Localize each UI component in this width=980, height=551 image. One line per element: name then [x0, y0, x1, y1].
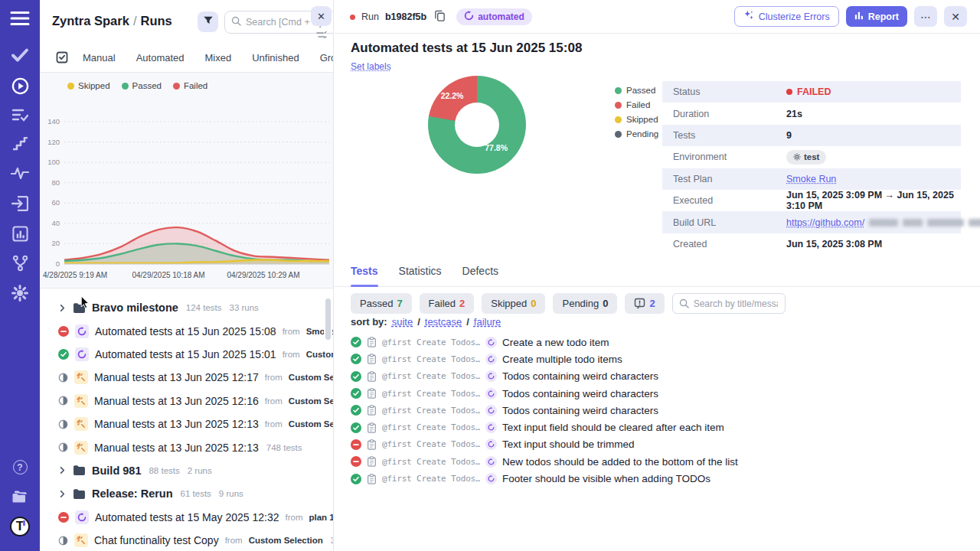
- passed-status-icon: [351, 337, 361, 347]
- run-type-tab-manual[interactable]: Manual: [83, 52, 116, 64]
- chip-comments[interactable]: 2: [625, 293, 664, 314]
- test-row[interactable]: @first Create Todos…Text input field sho…: [351, 419, 972, 435]
- help-icon[interactable]: ?: [0, 460, 40, 474]
- build-url-link[interactable]: https://github.com/: [786, 217, 864, 228]
- reports-icon[interactable]: [0, 226, 40, 242]
- set-labels-link[interactable]: Set labels: [351, 61, 391, 72]
- test-row[interactable]: @first Create Todos…Todos containing wei…: [351, 385, 972, 402]
- test-plan-link[interactable]: Smoke Run: [786, 174, 836, 184]
- test-title: Create multiple todo items: [502, 354, 622, 365]
- svg-text:80: 80: [51, 178, 60, 187]
- help-glyph: ?: [13, 460, 28, 474]
- run-meta: 88 tests: [149, 466, 179, 475]
- close-run-button[interactable]: ✕: [944, 6, 967, 27]
- run-type-tab-mixed[interactable]: Mixed: [205, 52, 232, 64]
- sort-link-suite[interactable]: suite: [392, 316, 413, 328]
- run-source: plan 12: [309, 513, 334, 522]
- legend-item-skipped: Skipped: [67, 81, 110, 90]
- test-row[interactable]: @first Create Todos…Text input should be…: [351, 436, 972, 453]
- automated-icon: [464, 11, 474, 23]
- projects-icon[interactable]: [0, 490, 40, 504]
- report-button[interactable]: Report: [846, 6, 907, 27]
- run-title: Bravo milestone: [92, 302, 178, 314]
- chip-label: Failed: [429, 298, 456, 309]
- chip-passed[interactable]: Passed7: [351, 293, 412, 314]
- test-row[interactable]: @first Create Todos…Todos containing wei…: [351, 368, 972, 385]
- run-group-row[interactable]: Build 98188 tests2 runs: [40, 459, 333, 482]
- menu-icon[interactable]: [0, 11, 40, 26]
- panel-close-button[interactable]: ✕: [311, 6, 332, 26]
- scrollbar-thumb[interactable]: [325, 298, 331, 340]
- run-type-tab-unfinished[interactable]: Unfinished: [252, 52, 299, 64]
- run-row[interactable]: Automated tests at 15 Jun 2025 15:08from…: [40, 319, 333, 342]
- runs-icon[interactable]: [0, 77, 40, 95]
- run-row[interactable]: Automated tests at 15 May 2025 12:32from…: [40, 506, 333, 529]
- detail-value: 9: [786, 130, 792, 141]
- import-icon[interactable]: [0, 196, 40, 211]
- tests-search[interactable]: [672, 293, 786, 314]
- more-actions-button[interactable]: ⋯: [914, 6, 937, 27]
- filter-button[interactable]: [198, 11, 218, 32]
- clusterize-errors-button[interactable]: Clusterize Errors: [734, 6, 839, 27]
- test-plans-icon[interactable]: [0, 108, 40, 122]
- test-row[interactable]: @first Create Todos…Create a new todo it…: [351, 334, 972, 350]
- sort-order-icon[interactable]: [316, 28, 328, 41]
- in-progress-status-icon: [58, 419, 68, 429]
- detail-label: Test Plan: [673, 174, 786, 184]
- tests-icon[interactable]: [0, 47, 40, 63]
- select-all-icon[interactable]: [55, 51, 69, 64]
- run-type-tabs: ManualAutomatedMixedUnfinishedGroups: [40, 43, 333, 72]
- steps-icon[interactable]: [0, 137, 40, 151]
- tab-defects[interactable]: Defects: [462, 265, 498, 286]
- test-row[interactable]: @first Create Todos…Todos containing wei…: [351, 402, 972, 419]
- detail-label: Build URL: [673, 217, 786, 228]
- sort-link-testcase[interactable]: testcase: [425, 316, 462, 328]
- detail-tabs: TestsStatisticsDefects: [335, 265, 980, 287]
- svg-text:4/28/2025 9:19 AM: 4/28/2025 9:19 AM: [43, 271, 107, 279]
- run-from-label: from: [265, 396, 283, 406]
- tab-tests[interactable]: Tests: [351, 265, 378, 286]
- run-group-row[interactable]: Bravo milestone124 tests33 runs: [40, 296, 333, 319]
- run-type-tab-groups[interactable]: Groups: [320, 52, 334, 64]
- detail-value: Jun 15, 2025 3:09 PM → Jun 15, 2025 3:10…: [786, 190, 961, 211]
- test-row[interactable]: @first Create Todos…Footer should be vis…: [351, 470, 972, 487]
- analytics-icon[interactable]: [0, 167, 40, 179]
- tests-search-input[interactable]: [694, 298, 778, 309]
- run-row[interactable]: Manual tests at 13 Jun 2025 12:17fromCus…: [40, 366, 333, 389]
- detail-row-test-plan: Test PlanSmoke Run: [662, 168, 961, 190]
- chip-pending[interactable]: Pending0: [553, 293, 617, 314]
- run-row[interactable]: Automated tests at 15 Jun 2025 15:01from…: [40, 343, 333, 366]
- detail-label: Environment: [673, 152, 786, 162]
- run-group-row[interactable]: Release: Rerun61 tests9 runs: [40, 482, 333, 505]
- run-row[interactable]: Manual tests at 13 Jun 2025 12:16fromCus…: [40, 390, 333, 412]
- test-suite-path: @first Create Todos…: [382, 337, 480, 347]
- run-row[interactable]: Manual tests at 13 Jun 2025 12:13fromCus…: [40, 412, 333, 435]
- legend-label: Failed: [626, 100, 650, 109]
- tab-statistics[interactable]: Statistics: [399, 265, 442, 286]
- test-title: Text input should be trimmed: [502, 439, 635, 450]
- run-row[interactable]: Chat functinality test CopyfromCustom Se…: [40, 529, 333, 551]
- redacted-url-segment: [927, 219, 964, 227]
- run-meta: 124 tests: [186, 303, 222, 312]
- run-type-tab-automated[interactable]: Automated: [136, 52, 185, 64]
- run-from-label: from: [286, 513, 303, 522]
- breadcrumb: Zyntra Spark/Runs: [52, 14, 172, 28]
- settings-icon[interactable]: [0, 285, 40, 302]
- detail-value: 21s: [786, 109, 802, 119]
- run-title: Manual tests at 13 Jun 2025 12:16: [94, 395, 259, 407]
- run-source: Custom Selection: [289, 396, 333, 406]
- copy-run-id-button[interactable]: [433, 8, 447, 25]
- chip-failed[interactable]: Failed2: [420, 293, 475, 314]
- app-logo[interactable]: T: [0, 517, 40, 536]
- run-from-label: from: [225, 536, 243, 545]
- clipboard-icon: [367, 337, 377, 347]
- run-details-table: StatusFAILEDDuration21sTests9Environment…: [662, 81, 961, 255]
- sort-link-failure[interactable]: failure: [474, 316, 501, 328]
- branch-icon[interactable]: [0, 255, 40, 272]
- test-row[interactable]: @first Create Todos…Create multiple todo…: [351, 350, 972, 367]
- breadcrumb-project[interactable]: Zyntra Spark: [52, 14, 129, 28]
- run-row[interactable]: Manual tests at 13 Jun 2025 12:13748 tes…: [40, 435, 333, 458]
- test-row[interactable]: @first Create Todos…New todos should be …: [351, 453, 972, 470]
- automated-run-icon: [75, 347, 89, 361]
- chip-skipped[interactable]: Skipped0: [482, 293, 545, 314]
